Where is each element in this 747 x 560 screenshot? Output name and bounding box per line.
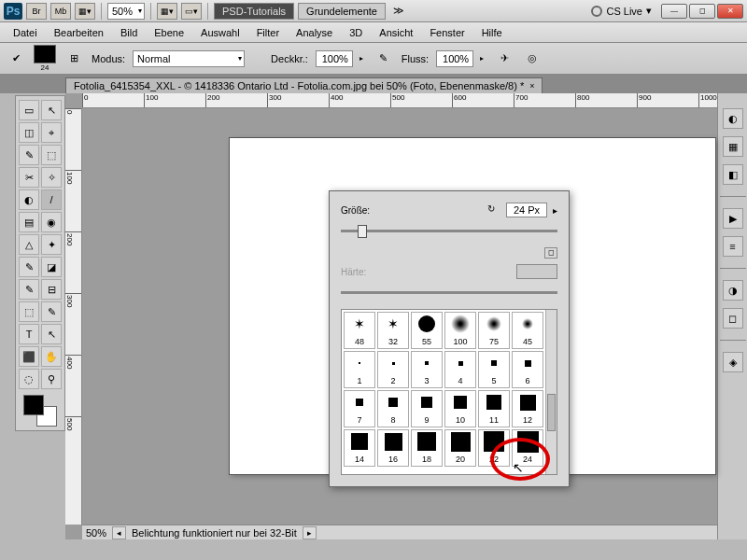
arrange-button[interactable]: ▦▾ xyxy=(157,3,177,20)
brush-preset-7[interactable]: 7 xyxy=(344,390,375,427)
menu-ansicht[interactable]: Ansicht xyxy=(372,25,420,40)
brush-preset-75[interactable]: 75 xyxy=(478,312,510,349)
menu-hilfe[interactable]: Hilfe xyxy=(474,25,510,40)
close-button[interactable]: ✕ xyxy=(717,4,743,19)
brush-preset-5[interactable]: 5 xyxy=(478,351,510,388)
zoom-select[interactable]: 50% xyxy=(107,3,145,20)
brush-preset-12[interactable]: 12 xyxy=(512,390,543,427)
brush-preview-swatch[interactable] xyxy=(34,45,56,63)
menu-bild[interactable]: Bild xyxy=(113,25,145,40)
brush-preset-11[interactable]: 11 xyxy=(478,390,510,427)
menu-ebene[interactable]: Ebene xyxy=(147,25,191,40)
color-panel-icon[interactable]: ◐ xyxy=(723,108,743,129)
tool-13[interactable]: ✦ xyxy=(41,234,62,255)
brush-preset-2[interactable]: 2 xyxy=(377,351,409,388)
bridge-button[interactable]: Br xyxy=(26,3,47,20)
flow-input[interactable]: 100% xyxy=(436,50,473,67)
brush-size-slider[interactable] xyxy=(341,223,557,238)
styles-panel-icon[interactable]: ◧ xyxy=(723,164,743,185)
tablet-size-icon[interactable]: ◎ xyxy=(522,49,543,69)
brush-preset-16[interactable]: 16 xyxy=(377,429,409,467)
brush-size-input[interactable]: 24 Px xyxy=(506,203,547,217)
history-panel-icon[interactable]: ≡ xyxy=(723,236,743,257)
brush-preset-8[interactable]: 8 xyxy=(377,390,409,427)
brush-preset-18[interactable]: 18 xyxy=(411,429,443,467)
layers-panel-icon[interactable]: ◈ xyxy=(723,352,743,372)
brush-preset-22[interactable]: 22 xyxy=(478,429,510,467)
tool-6[interactable]: ✂ xyxy=(19,167,39,188)
tool-2[interactable]: ◫ xyxy=(19,122,39,143)
tool-21[interactable]: ↖ xyxy=(41,324,62,344)
brush-preset-45[interactable]: 45 xyxy=(512,312,543,349)
new-preset-icon[interactable]: ◻ xyxy=(544,247,557,259)
tool-9[interactable]: / xyxy=(41,189,62,210)
tool-3[interactable]: ⌖ xyxy=(41,122,62,143)
opacity-input[interactable]: 100% xyxy=(316,50,353,67)
tool-25[interactable]: ⚲ xyxy=(41,369,62,389)
tool-20[interactable]: T xyxy=(19,324,39,344)
brush-preset-100[interactable]: 100 xyxy=(444,312,476,349)
menu-analyse[interactable]: Analyse xyxy=(289,25,340,40)
brush-preset-20[interactable]: 20 xyxy=(444,429,476,467)
menu-fenster[interactable]: Fenster xyxy=(422,25,472,40)
airbrush-icon[interactable]: ✈ xyxy=(494,49,514,69)
tool-0[interactable]: ▭ xyxy=(19,100,39,120)
tool-14[interactable]: ✎ xyxy=(19,257,39,277)
mode-select[interactable]: Normal xyxy=(133,50,245,67)
tool-23[interactable]: ✋ xyxy=(41,346,62,367)
brush-preset-1[interactable]: 1 xyxy=(344,351,375,388)
tool-5[interactable]: ⬚ xyxy=(41,145,62,165)
brush-preset-48[interactable]: ✶48 xyxy=(344,312,375,349)
brush-preset-55[interactable]: 55 xyxy=(411,312,443,349)
menu-filter[interactable]: Filter xyxy=(249,25,287,40)
brush-panel-toggle-icon[interactable]: ⊞ xyxy=(63,49,84,69)
menu-bearbeiten[interactable]: Bearbeiten xyxy=(47,25,111,40)
minibridge-button[interactable]: Mb xyxy=(50,3,71,20)
brush-preset-10[interactable]: 10 xyxy=(444,390,476,427)
tool-8[interactable]: ◐ xyxy=(19,189,39,210)
tool-4[interactable]: ✎ xyxy=(19,145,39,165)
brush-grid-scrollbar[interactable] xyxy=(545,310,557,474)
tool-15[interactable]: ◪ xyxy=(41,257,62,277)
brush-preset-32[interactable]: ✶32 xyxy=(377,312,409,349)
workspace-tab-grundelemente[interactable]: Grundelemente xyxy=(298,3,386,20)
menu-3d[interactable]: 3D xyxy=(342,25,370,40)
view-extras-button[interactable]: ▦▾ xyxy=(75,3,95,20)
tool-19[interactable]: ✎ xyxy=(41,301,62,322)
brush-preset-6[interactable]: 6 xyxy=(512,351,543,388)
brush-preset-3[interactable]: 3 xyxy=(411,351,443,388)
tool-18[interactable]: ⬚ xyxy=(19,301,39,322)
minimize-button[interactable]: — xyxy=(661,4,687,19)
tool-12[interactable]: △ xyxy=(19,234,39,255)
brush-preset-14[interactable]: 14 xyxy=(344,429,375,467)
menu-auswahl[interactable]: Auswahl xyxy=(193,25,247,40)
reset-size-icon[interactable]: ↻ xyxy=(487,203,500,217)
foreground-color-swatch[interactable] xyxy=(23,395,44,415)
screenmode-button[interactable]: ▭▾ xyxy=(181,3,202,20)
tool-22[interactable]: ⬛ xyxy=(19,346,39,367)
masks-panel-icon[interactable]: ◻ xyxy=(723,308,743,329)
tool-10[interactable]: ▤ xyxy=(19,212,39,232)
document-close-icon[interactable]: × xyxy=(529,81,534,91)
brush-preset-4[interactable]: 4 xyxy=(444,351,476,388)
tool-17[interactable]: ⊟ xyxy=(41,279,62,300)
tool-16[interactable]: ✎ xyxy=(19,279,39,300)
tablet-opacity-icon[interactable]: ✎ xyxy=(374,49,394,69)
brush-tool-icon[interactable]: ✔ xyxy=(6,49,26,69)
color-picker[interactable] xyxy=(23,395,57,427)
tool-7[interactable]: ✧ xyxy=(41,167,62,188)
brush-panel-menu-icon[interactable]: ▸ xyxy=(553,205,557,216)
workspace-tab-psdtutorials[interactable]: PSD-Tutorials xyxy=(214,3,294,20)
document-tab[interactable]: Fotolia_6415354_XXL - © 1418336 Ontario … xyxy=(65,77,543,93)
cslive-label[interactable]: CS Live xyxy=(606,6,642,17)
tool-24[interactable]: ◌ xyxy=(19,369,39,389)
status-prev-icon[interactable]: ◂ xyxy=(112,526,126,539)
tool-1[interactable]: ↖ xyxy=(41,100,62,120)
brush-preset-24[interactable]: 24 xyxy=(512,429,543,467)
actions-panel-icon[interactable]: ▶ xyxy=(723,208,743,229)
swatches-panel-icon[interactable]: ▦ xyxy=(723,136,743,157)
brush-preset-9[interactable]: 9 xyxy=(411,390,443,427)
status-zoom[interactable]: 50% xyxy=(86,527,106,539)
tool-11[interactable]: ◉ xyxy=(41,212,62,232)
status-next-icon[interactable]: ▸ xyxy=(303,526,317,539)
